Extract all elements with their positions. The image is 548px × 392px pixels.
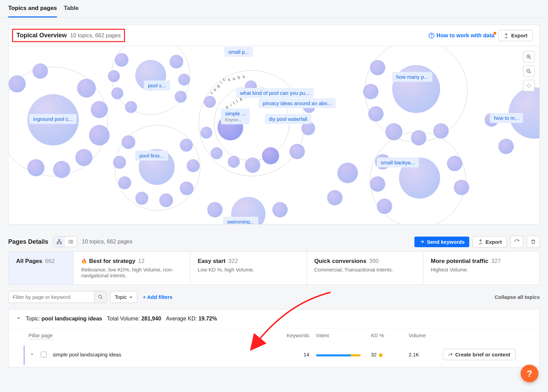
total-volume-label: Total Volume:: [107, 316, 140, 321]
svg-point-7: [69, 240, 69, 240]
svg-point-8: [69, 241, 69, 242]
row-keywords: 14: [272, 352, 309, 357]
send-keywords-button[interactable]: Send keywords: [414, 237, 469, 247]
pages-details-subtitle: 10 topics, 662 pages: [82, 239, 133, 245]
chip-swimming[interactable]: swimming...: [223, 217, 258, 224]
filter-easy-desc: Low KD %, high Volume.: [198, 267, 299, 273]
share-arrow-icon: [448, 352, 453, 357]
row-page-name[interactable]: simple pool landscaping ideas: [51, 352, 272, 357]
zoom-out-button[interactable]: [523, 65, 535, 77]
filter-easy-count: 322: [228, 258, 238, 264]
chip-simple-label: simple ...: [225, 111, 246, 116]
notification-dot-icon: [494, 32, 496, 35]
view-tree-button[interactable]: [53, 237, 65, 247]
filter-tab-more[interactable]: More potential traffic327 Highest Volume…: [423, 252, 539, 284]
add-filters-button[interactable]: + Add filters: [143, 294, 173, 300]
filter-tab-best[interactable]: 🔥Best for strategy12 Relevance, low KD%,…: [74, 252, 190, 284]
col-keywords: Keywords: [272, 332, 309, 339]
export-label: Export: [511, 33, 527, 38]
create-brief-button[interactable]: Create brief or content: [443, 349, 515, 360]
topic-dropdown[interactable]: Topic: [110, 291, 137, 303]
topic-cluster-viz[interactable]: inground pool c... pool s...: [9, 46, 539, 224]
topic-name: pool landscaping ideas: [41, 316, 102, 321]
topic-prefix: Topic:: [26, 316, 40, 321]
chip-privacy[interactable]: privacy ideas around an abo...: [259, 98, 336, 108]
zoom-in-icon: [526, 54, 532, 60]
tab-table[interactable]: Table: [64, 0, 78, 17]
question-icon: ?: [527, 368, 532, 376]
chip-what-kind[interactable]: what kind of pool can you pu...: [236, 88, 314, 98]
svg-point-10: [99, 295, 102, 298]
how-to-work-link[interactable]: How to work with data: [428, 33, 495, 39]
col-kd: KD %: [368, 332, 405, 339]
svg-point-9: [69, 243, 69, 243]
how-to-work-label: How to work with data: [437, 33, 495, 39]
col-intent: Intent: [309, 332, 368, 339]
chip-pool-s[interactable]: pool s...: [144, 80, 170, 90]
filter-tab-easy[interactable]: Easy start322 Low KD %, high Volume.: [190, 252, 307, 284]
intent-bar: [316, 354, 361, 356]
filter-tab-all[interactable]: All Pages662: [9, 252, 74, 284]
filter-more-desc: Highest Volume.: [431, 267, 532, 273]
collapse-all-button[interactable]: Collapse all topics: [495, 294, 540, 300]
filter-best-count: 12: [138, 258, 145, 264]
filter-best-label: Best for strategy: [89, 258, 135, 264]
chevron-down-icon: [30, 352, 34, 356]
svg-rect-6: [60, 243, 62, 244]
filter-input[interactable]: [9, 291, 94, 303]
refresh-button[interactable]: [510, 236, 523, 248]
view-list-button[interactable]: [65, 237, 77, 247]
view-tabs: Topics and pages Table: [0, 0, 548, 18]
col-pillar: Pillar page: [28, 332, 53, 339]
filter-quick-count: 390: [369, 258, 379, 264]
topic-collapse-toggle[interactable]: [16, 316, 21, 322]
filter-all-count: 662: [45, 258, 55, 264]
chip-how-many[interactable]: how many p...: [392, 72, 432, 82]
view-mode-segment: [53, 236, 77, 247]
row-expand-toggle[interactable]: [30, 352, 34, 357]
trash-icon: [531, 239, 536, 244]
col-volume: Volume: [405, 332, 443, 339]
topical-overview-card: Topical Overview 10 topics, 662 pages Ho…: [8, 25, 540, 225]
overview-subtitle: 10 topics, 662 pages: [70, 33, 121, 39]
overview-title: Topical Overview: [16, 32, 67, 39]
chip-small-p[interactable]: small p...: [224, 47, 253, 57]
export-icon: [478, 239, 483, 244]
chip-simple[interactable]: simple ... Keywo...: [221, 109, 250, 124]
recenter-button[interactable]: [523, 80, 535, 91]
filter-input-group: [8, 291, 107, 303]
recenter-icon: [526, 83, 532, 88]
send-icon: [419, 239, 425, 244]
chip-inground-pool[interactable]: inground pool c...: [29, 114, 77, 124]
pages-export-button[interactable]: Export: [473, 236, 507, 248]
tree-icon: [57, 239, 62, 244]
pages-export-label: Export: [485, 239, 502, 245]
create-brief-label: Create brief or content: [455, 352, 510, 357]
send-keywords-label: Send keywords: [427, 239, 464, 245]
page-filter-tabs: All Pages662 🔥Best for strategy12 Releva…: [8, 251, 540, 285]
filter-more-count: 327: [491, 258, 501, 264]
pages-details-title: Pages Details: [8, 238, 48, 245]
chip-small-backya[interactable]: small backya...: [377, 157, 419, 167]
fire-icon: 🔥: [81, 258, 87, 264]
zoom-in-button[interactable]: [523, 51, 535, 63]
delete-button[interactable]: [527, 236, 540, 248]
svg-point-1: [431, 37, 432, 37]
filter-tab-quick[interactable]: Quick conversions390 Commercial, Transac…: [307, 252, 423, 284]
total-volume-value: 281,940: [141, 316, 161, 321]
export-icon: [503, 33, 509, 38]
refresh-icon: [514, 239, 520, 244]
list-icon: [68, 239, 74, 244]
tab-topics-and-pages[interactable]: Topics and pages: [8, 0, 57, 17]
chevron-down-icon: [16, 316, 21, 320]
row-checkbox[interactable]: [41, 352, 47, 357]
table-header: Pillar page Keywords Intent KD % Volume: [9, 328, 539, 343]
chip-how-to-m[interactable]: how to m...: [490, 113, 523, 123]
filter-quick-desc: Commercial, Transactional intents.: [314, 267, 415, 273]
export-button[interactable]: Export: [498, 30, 533, 41]
filter-search-button[interactable]: [94, 291, 107, 303]
chip-pool-finish[interactable]: pool finis...: [135, 151, 168, 161]
filter-more-label: More potential traffic: [431, 258, 488, 264]
row-kd: 32: [371, 352, 377, 357]
chip-diy[interactable]: diy pool waterfall: [265, 114, 311, 124]
